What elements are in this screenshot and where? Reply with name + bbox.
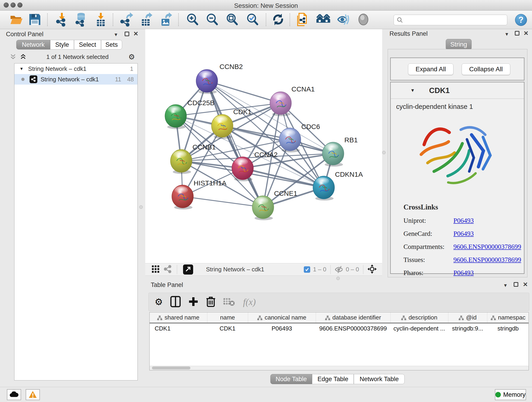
table-panel-close-icon[interactable]: ✕ <box>523 281 528 287</box>
network-row[interactable]: String Network – cdk1 11 48 <box>14 74 138 85</box>
save-floppy-icon <box>28 13 41 26</box>
collection-expander-icon[interactable]: ▼ <box>19 66 24 71</box>
table-panel-float-icon[interactable] <box>514 282 518 287</box>
zoom-out-button[interactable] <box>204 12 220 27</box>
first-neighbors-button[interactable] <box>316 12 331 27</box>
right-splitter-handle[interactable] <box>382 151 386 154</box>
control-panel-close-icon[interactable]: ✕ <box>133 31 138 37</box>
memory-button[interactable]: Memory <box>495 389 526 400</box>
results-panel-float-icon[interactable] <box>515 31 519 36</box>
results-panel-menu-icon[interactable]: ▼ <box>505 31 509 37</box>
tab-network-table[interactable]: Network Table <box>354 374 405 384</box>
zoom-fit-button[interactable] <box>224 12 240 27</box>
show-columns-button[interactable] <box>170 295 181 308</box>
homes-icon <box>316 13 331 26</box>
export-image-button[interactable] <box>158 12 174 27</box>
network-node-RB1[interactable]: RB1 <box>322 136 358 167</box>
import-table-from-file-button[interactable] <box>93 12 109 27</box>
birds-eye-view-button[interactable] <box>152 265 159 274</box>
tab-network[interactable]: Network <box>16 40 50 50</box>
column-header-canonical-name[interactable]: canonical name <box>248 313 316 323</box>
shared-column-icon <box>157 316 162 320</box>
export-network-icon <box>119 12 133 27</box>
help-button[interactable]: ? <box>515 14 527 26</box>
import-network-from-file-button[interactable] <box>54 12 70 27</box>
table-tabs: Node TableEdge TableNetwork Table <box>270 374 405 384</box>
network-node-CDKN1A[interactable]: CDKN1A <box>313 171 363 201</box>
table-panel-title: Table Panel <box>151 281 183 288</box>
collapse-all-icon[interactable] <box>10 53 17 60</box>
column-header-namespac[interactable]: namespac <box>487 313 529 323</box>
crosslink-link[interactable]: 9606.ENSP00000378699 <box>453 243 521 250</box>
crosslink-link[interactable]: P06493 <box>453 217 474 224</box>
results-panel-close-icon[interactable]: ✕ <box>524 30 529 36</box>
network-edge[interactable] <box>183 196 263 207</box>
open-in-new-window-button[interactable] <box>183 264 193 274</box>
network-node-CDC6[interactable]: CDC6 <box>279 123 320 153</box>
save-session-button[interactable] <box>27 12 43 27</box>
tab-sets[interactable]: Sets <box>101 40 122 50</box>
cloud-status-button[interactable] <box>7 389 21 400</box>
tab-style[interactable]: Style <box>50 40 74 50</box>
table-row[interactable]: CDK1CDK1P064939606.ENSP00000378699cyclin… <box>150 323 529 334</box>
export-network-button[interactable] <box>119 12 134 27</box>
zoom-selected-button[interactable] <box>245 12 260 27</box>
network-canvas[interactable]: CCNB2CCNA1CDC25BCDK1CDC6RB1CCNB1CCNA2CDK… <box>145 29 382 263</box>
add-column-button[interactable] <box>188 295 199 308</box>
crosslink-label: Uniprot: <box>404 217 453 224</box>
search-input[interactable] <box>403 17 501 24</box>
network-edge[interactable] <box>243 168 324 187</box>
export-table-button[interactable] <box>138 12 154 27</box>
bottom-splitter-handle[interactable] <box>336 277 340 280</box>
crosslink-link[interactable]: P06493 <box>453 230 474 237</box>
control-panel-menu-icon[interactable]: ▼ <box>114 32 118 38</box>
control-panel-float-icon[interactable] <box>125 32 129 36</box>
column-header-shared-name[interactable]: shared name <box>150 313 207 323</box>
zoom-in-button[interactable] <box>185 12 200 27</box>
network-options-gear-icon[interactable]: ⚙ <box>128 52 135 61</box>
column-header-@id[interactable]: @id <box>448 313 487 323</box>
table-options-gear-icon[interactable]: ⚙ <box>155 295 163 308</box>
network-node-CCNE1[interactable]: CCNE1 <box>252 190 298 220</box>
crosslink-link[interactable]: 9606.ENSP00000378699 <box>453 256 521 264</box>
tab-edge-table[interactable]: Edge Table <box>312 374 354 384</box>
network-edge[interactable] <box>207 81 281 103</box>
tab-node-table[interactable]: Node Table <box>270 374 312 384</box>
refresh-button[interactable] <box>270 12 286 27</box>
pan-mode-button[interactable] <box>367 264 377 275</box>
toolbar-separator <box>290 13 290 26</box>
expand-all-icon[interactable] <box>20 53 27 60</box>
tab-string[interactable]: String <box>446 39 472 50</box>
expand-all-button[interactable]: Expand All <box>408 64 453 75</box>
column-header-description[interactable]: description <box>390 313 448 323</box>
open-session-button[interactable] <box>8 12 24 27</box>
eye-icon <box>356 13 370 26</box>
collapse-all-button[interactable]: Collapse All <box>462 64 510 75</box>
network-collection-row[interactable]: ▼ String Network – cdk1 1 <box>14 64 138 74</box>
left-splitter-handle[interactable] <box>139 205 143 209</box>
column-header-database-identifier[interactable]: database identifier <box>316 313 390 323</box>
network-node-HIST1H1A[interactable]: HIST1H1A <box>172 179 226 210</box>
eye-slash-icon <box>336 13 351 26</box>
network-node-CCNA1[interactable]: CCNA1 <box>270 85 315 116</box>
toolbar-separator <box>266 13 266 26</box>
table-cell: cyclin-dependent ... <box>390 323 448 334</box>
share-icon <box>164 265 172 273</box>
table-delete-icon <box>223 297 235 306</box>
table-hscrollbar[interactable] <box>149 366 529 370</box>
network-share-button[interactable] <box>164 265 172 274</box>
tab-select[interactable]: Select <box>74 40 101 50</box>
copy-network-button[interactable] <box>295 12 311 27</box>
table-panel-menu-icon[interactable]: ▼ <box>503 282 508 288</box>
selected-checkbox-icon[interactable] <box>304 266 310 273</box>
hscrollbar-thumb[interactable] <box>152 366 190 370</box>
section-expander-icon[interactable]: ▼ <box>410 88 415 93</box>
warnings-button[interactable] <box>26 389 40 400</box>
column-header-name[interactable]: name <box>207 313 248 323</box>
cdk1-section-header[interactable]: ▼ CDK1 <box>391 82 524 99</box>
import-network-from-database-button[interactable] <box>73 12 89 27</box>
show-all-button[interactable] <box>355 12 371 27</box>
delete-column-button[interactable] <box>206 295 215 308</box>
crosslink-link[interactable]: P06493 <box>453 269 474 277</box>
hide-selected-button[interactable] <box>336 12 351 27</box>
